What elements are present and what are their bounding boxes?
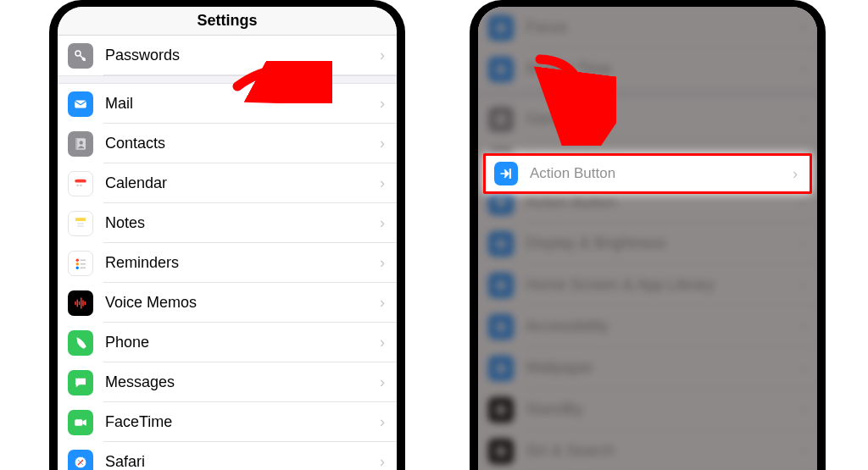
svg-rect-27 [496, 239, 506, 249]
power-button [825, 119, 826, 195]
row-facetime[interactable]: FaceTime› [58, 402, 397, 442]
chevron-right-icon: › [800, 193, 805, 211]
chevron-right-icon: › [800, 110, 805, 128]
row-label: Safari [105, 453, 380, 470]
row-label: Action Button [530, 165, 793, 182]
settings-list-left[interactable]: Passwords›Mail›Contacts›Calendar›Notes›R… [58, 36, 397, 470]
calendar-icon [68, 171, 93, 196]
chevron-right-icon: › [800, 359, 805, 377]
home-screen-app-library-icon [488, 273, 514, 298]
siri-search-icon [488, 439, 514, 464]
row-standby[interactable]: StandBy› [478, 389, 817, 430]
focus-icon [488, 15, 514, 41]
chevron-right-icon: › [800, 318, 805, 335]
svg-rect-23 [496, 64, 506, 75]
facetime-icon [68, 410, 93, 435]
messages-icon [68, 370, 93, 395]
chevron-right-icon: › [800, 401, 805, 418]
row-label: Wallpaper [526, 359, 800, 377]
chevron-right-icon: › [800, 19, 805, 36]
chevron-right-icon: › [800, 235, 805, 252]
volume-down-button [49, 157, 50, 204]
svg-rect-31 [496, 405, 506, 415]
wallpaper-icon [488, 356, 514, 381]
row-accessibility[interactable]: Accessibility› [478, 306, 817, 347]
row-label: Accessibility [526, 318, 800, 335]
row-label: FaceTime [105, 413, 380, 431]
svg-rect-3 [75, 138, 77, 150]
contacts-icon [68, 131, 93, 157]
chevron-right-icon: › [800, 442, 805, 460]
svg-rect-10 [75, 218, 86, 221]
svg-rect-7 [77, 184, 79, 185]
svg-rect-35 [509, 169, 511, 179]
row-label: Action Button [526, 193, 800, 211]
chevron-right-icon: › [793, 165, 798, 183]
settings-list-right[interactable]: Focus›Screen Time›General›Control Center… [478, 7, 817, 470]
row-focus[interactable]: Focus› [478, 7, 817, 48]
safari-icon [68, 450, 93, 471]
svg-rect-28 [496, 280, 506, 290]
svg-rect-8 [80, 184, 81, 185]
svg-point-4 [80, 141, 84, 145]
standby-icon [488, 397, 514, 423]
row-reminders[interactable]: Reminders› [58, 243, 397, 283]
chevron-right-icon: › [380, 174, 385, 192]
row-contacts[interactable]: Contacts› [58, 124, 397, 163]
row-general[interactable]: General› [478, 98, 817, 140]
phone-left: Settings Passwords›Mail›Contacts›Calenda… [49, 0, 405, 470]
row-screen-time[interactable]: Screen Time› [478, 48, 817, 90]
row-label: Reminders [105, 254, 380, 272]
row-wallpaper[interactable]: Wallpaper› [478, 347, 817, 389]
svg-point-14 [76, 263, 79, 265]
svg-rect-30 [496, 363, 506, 373]
row-phone[interactable]: Phone› [58, 323, 397, 362]
row-safari[interactable]: Safari› [58, 442, 397, 470]
svg-rect-19 [75, 419, 82, 426]
group-divider [478, 90, 817, 98]
row-label: Home Screen & App Library [526, 276, 800, 294]
row-calendar[interactable]: Calendar› [58, 163, 397, 203]
row-label: Phone [105, 334, 380, 351]
reminders-icon [68, 251, 93, 276]
svg-rect-26 [496, 197, 506, 207]
chevron-right-icon: › [380, 47, 385, 64]
row-mail[interactable]: Mail› [58, 84, 397, 124]
row-display-brightness[interactable]: Display & Brightness› [478, 223, 817, 264]
svg-rect-6 [75, 179, 86, 182]
chevron-right-icon: › [380, 413, 385, 431]
chevron-right-icon: › [380, 453, 385, 470]
row-label: Passwords [105, 47, 380, 64]
row-passwords[interactable]: Passwords› [58, 36, 397, 75]
row-label: Contacts [105, 135, 380, 152]
accessibility-icon [488, 314, 514, 340]
row-label: Screen Time [526, 60, 800, 78]
row-voice-memos[interactable]: Voice Memos› [58, 283, 397, 323]
display-brightness-icon [488, 231, 514, 257]
row-label: General [526, 110, 800, 128]
mail-icon [68, 91, 93, 117]
row-label: Messages [105, 373, 380, 391]
svg-point-15 [76, 266, 79, 268]
row-label: Calendar [105, 174, 380, 192]
row-notes[interactable]: Notes› [58, 203, 397, 243]
svg-rect-24 [496, 114, 506, 124]
svg-rect-22 [496, 23, 506, 33]
row-siri-search[interactable]: Siri & Search› [478, 430, 817, 470]
svg-rect-29 [496, 322, 506, 332]
action-button-icon [494, 162, 518, 185]
row-label: Focus [526, 19, 800, 36]
general-icon [488, 107, 514, 132]
row-messages[interactable]: Messages› [58, 362, 397, 402]
volume-up-button [470, 97, 470, 145]
screen-left: Settings Passwords›Mail›Contacts›Calenda… [58, 7, 397, 470]
volume-down-button [470, 157, 470, 204]
notes-icon [68, 211, 93, 236]
row-action-button[interactable]: Action Button › [483, 153, 812, 194]
key-icon [68, 43, 93, 69]
svg-rect-32 [496, 446, 506, 456]
comparison-stage: Settings Passwords›Mail›Contacts›Calenda… [0, 0, 868, 470]
row-home-screen-app-library[interactable]: Home Screen & App Library› [478, 264, 817, 306]
page-title: Settings [197, 12, 257, 30]
row-label: Notes [105, 214, 380, 232]
